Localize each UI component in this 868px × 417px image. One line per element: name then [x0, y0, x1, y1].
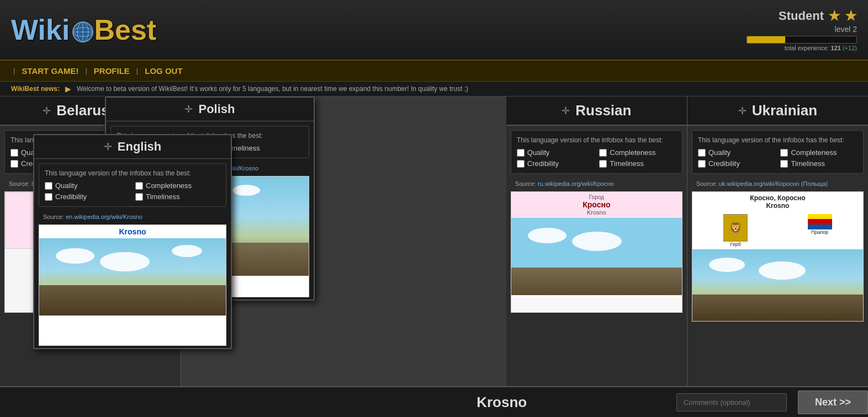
uk-wiki-title: Кросно, КоросноKrosno	[692, 192, 863, 212]
preview-uk: Кросно, КоросноKrosno 🦁 Герб Прапор	[692, 191, 864, 322]
star-icon-2: ★	[845, 8, 857, 24]
checkbox-label-timeliness-ru: Timeliness	[610, 159, 644, 168]
lang-title-russian: Russian	[575, 102, 631, 119]
checkbox-credibility-uk[interactable]: Credibility	[698, 159, 775, 168]
checkbox-input-credibility-be[interactable]	[10, 160, 18, 168]
checkbox-credibility-en[interactable]: Credibility	[45, 193, 130, 201]
source-en: Source: en.wikipedia.org/wiki/Krosno	[39, 211, 226, 222]
profile-link[interactable]: PROFILE	[89, 65, 134, 77]
ru-city-image	[511, 218, 682, 295]
checkbox-label-completeness-en: Completeness	[146, 181, 192, 190]
news-bar: WikiBest news: ▶ Welcome to beta version…	[0, 82, 868, 97]
news-text: Welcome to beta version of WikiiBest! It…	[77, 85, 468, 93]
logo-best: Best	[94, 14, 156, 46]
checkbox-label-quality-en: Quality	[55, 181, 77, 190]
checkbox-label-credibility-uk: Credibility	[708, 159, 740, 168]
float-header-polish: ✛ Polish	[106, 98, 314, 121]
logout-link[interactable]: LOG OUT	[140, 65, 187, 77]
drag-handle-english[interactable]: ✛	[104, 141, 112, 153]
header: WikiBest Student ★ ★ level 2 total exper…	[0, 0, 868, 61]
checkbox-label-completeness-ru: Completeness	[610, 148, 655, 157]
star-icon-1: ★	[828, 8, 840, 24]
source-link-en[interactable]: en.wikipedia.org/wiki/Krosno	[66, 213, 142, 220]
en-wiki-title: Krosno	[39, 225, 226, 238]
news-arrow: ▶	[65, 84, 71, 93]
checkbox-quality-uk[interactable]: Quality	[698, 148, 775, 157]
checkbox-timeliness-uk[interactable]: Timeliness	[780, 159, 858, 168]
checkbox-label-completeness-uk: Completeness	[791, 148, 837, 157]
checkbox-label-credibility-en: Credibility	[55, 193, 87, 201]
quality-box-russian: This language version of the infobox has…	[511, 130, 682, 174]
checkbox-input-timeliness-ru[interactable]	[599, 160, 607, 168]
checkbox-quality-en[interactable]: Quality	[45, 181, 130, 190]
checkbox-completeness-en[interactable]: Completeness	[135, 181, 220, 190]
source-link-uk[interactable]: uk.wikipedia.org/wiki/Коросно (Польща)	[719, 180, 828, 187]
checkbox-input-completeness-ru[interactable]	[599, 149, 607, 157]
checkbox-input-quality-be[interactable]	[10, 149, 18, 157]
column-ukrainian: ✛ Ukrainian This language version of the…	[687, 97, 868, 417]
checkbox-label-quality-ru: Quality	[527, 148, 549, 157]
preview-en: Krosno	[39, 224, 226, 346]
user-area: Student ★ ★ level 2 total experience: 12…	[719, 8, 857, 51]
student-name: Student	[779, 9, 824, 23]
lang-title-ukrainian: Ukrainian	[752, 102, 818, 119]
drag-handle-polish[interactable]: ✛	[184, 103, 193, 115]
checkbox-timeliness-en[interactable]: Timeliness	[135, 193, 220, 201]
comments-input[interactable]	[676, 393, 787, 411]
checkbox-label-credibility-ru: Credibility	[527, 159, 559, 168]
start-game-link[interactable]: START GAME!	[17, 65, 83, 77]
checkbox-timeliness-ru[interactable]: Timeliness	[599, 159, 676, 168]
en-city-image	[39, 238, 226, 316]
checkbox-label-timeliness-uk: Timeliness	[791, 159, 825, 168]
bottom-bar: Krosno Next >>	[0, 386, 868, 417]
panel-english: ✛ English This language version of the i…	[33, 134, 232, 349]
checkbox-input-credibility-en[interactable]	[45, 193, 52, 201]
next-button[interactable]: Next >>	[798, 391, 868, 414]
checkbox-completeness-uk[interactable]: Completeness	[780, 148, 858, 157]
news-label: WikiBest news:	[11, 85, 60, 93]
float-header-english: ✛ English	[34, 135, 231, 159]
checkbox-quality-ru[interactable]: Quality	[517, 148, 594, 157]
source-link-ru[interactable]: ru.wikipedia.org/wiki/Кросно	[538, 180, 614, 187]
float-title-english: English	[118, 140, 161, 154]
preview-ru: Город Кросно Krosno	[511, 191, 682, 313]
uk-city-image	[692, 249, 863, 321]
drag-handle-russian[interactable]: ✛	[562, 105, 570, 117]
checkbox-input-quality-en[interactable]	[45, 182, 52, 190]
checkbox-label-quality-uk: Quality	[708, 148, 731, 157]
float-title-polish: Polish	[198, 102, 235, 116]
checkbox-input-completeness-en[interactable]	[135, 182, 143, 190]
checkbox-input-credibility-ru[interactable]	[517, 160, 525, 168]
checkbox-input-quality-ru[interactable]	[517, 149, 525, 157]
level-text: level 2	[719, 25, 857, 34]
lang-header-ukrainian: ✛ Ukrainian	[687, 97, 868, 126]
xp-text: total experience: 121 (+12)	[719, 45, 857, 51]
source-ru: Source: ru.wikipedia.org/wiki/Кросно	[511, 178, 682, 189]
checkbox-input-timeliness-uk[interactable]	[780, 160, 788, 168]
logo-wiki: Wiki	[11, 14, 70, 46]
quality-title-uk: This language version of the infobox has…	[698, 136, 858, 144]
quality-title-ru: This language version of the infobox has…	[517, 136, 676, 144]
checkbox-input-completeness-uk[interactable]	[780, 149, 788, 157]
checkbox-completeness-ru[interactable]: Completeness	[599, 148, 676, 157]
article-title: Krosno	[338, 394, 665, 411]
quality-box-english: This language version of the infobox has…	[39, 163, 226, 207]
lang-header-russian: ✛ Russian	[506, 97, 687, 126]
checkbox-input-credibility-uk[interactable]	[698, 160, 706, 168]
quality-title-en: This language version of the infobox has…	[45, 169, 220, 177]
xp-bar-fill	[747, 36, 785, 43]
nav-bar: | START GAME! | PROFILE | LOG OUT	[0, 61, 868, 82]
logo-area: WikiBest	[11, 15, 719, 44]
quality-box-ukrainian: This language version of the infobox has…	[692, 130, 864, 174]
globe-icon	[72, 21, 94, 43]
drag-handle-ukrainian[interactable]: ✛	[738, 105, 747, 117]
source-uk: Source: uk.wikipedia.org/wiki/Коросно (П…	[692, 178, 864, 189]
drag-handle-belarussian[interactable]: ✛	[43, 105, 51, 117]
main-content: ✛ Belarussian This language version of t…	[0, 97, 868, 417]
checkbox-credibility-ru[interactable]: Credibility	[517, 159, 594, 168]
checkbox-input-timeliness-en[interactable]	[135, 193, 143, 201]
column-russian: ✛ Russian This language version of the i…	[506, 97, 687, 417]
checkbox-label-timeliness-en: Timeliness	[146, 193, 180, 201]
checkbox-input-quality-uk[interactable]	[698, 149, 706, 157]
xp-bar-container	[747, 36, 857, 44]
